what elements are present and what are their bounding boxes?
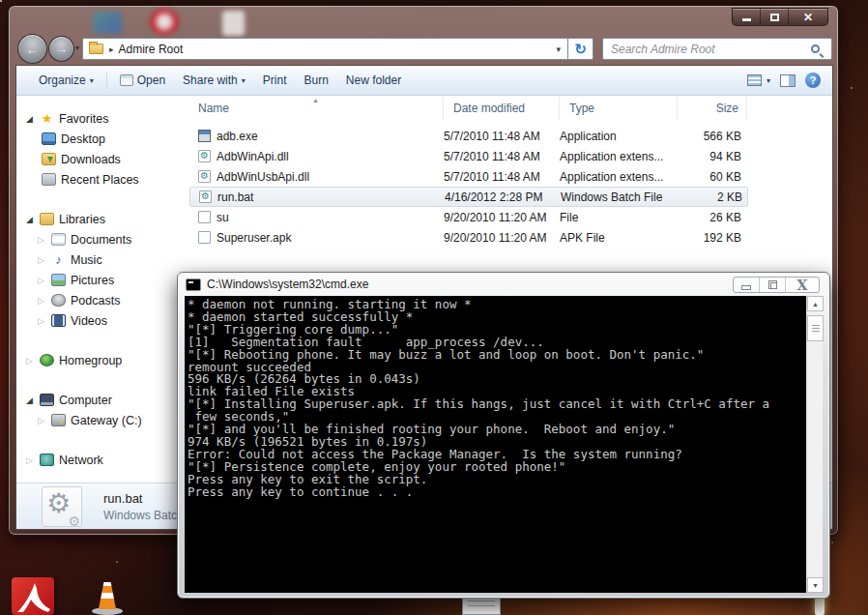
expander-closed-icon[interactable]: ▷ <box>24 455 35 465</box>
burn-button[interactable]: Burn <box>295 66 336 95</box>
help-button[interactable]: ? <box>805 73 821 88</box>
file-date: 9/20/2010 11:20 AM <box>444 231 547 245</box>
command-toolbar: Organize ▾ Open Share with ▾ Print Burn … <box>16 66 832 96</box>
cmd-restore-button[interactable] <box>760 278 786 292</box>
sidebar-item-desktop[interactable]: Desktop <box>16 129 188 149</box>
sidebar-item-label: Downloads <box>61 153 121 166</box>
cmd-minimize-button[interactable] <box>734 278 760 292</box>
close-button[interactable]: ✕ <box>789 9 827 25</box>
minimize-icon <box>742 18 751 21</box>
expander-closed-icon[interactable]: ▷ <box>36 416 46 425</box>
adobe-reader-icon[interactable] <box>12 577 54 615</box>
sidebar-item-label: Documents <box>71 233 131 247</box>
sidebar-item-libraries[interactable]: ◢ Libraries <box>16 209 188 229</box>
file-size: 2 KB <box>717 190 742 204</box>
open-label: Open <box>137 73 165 87</box>
sidebar-item-pictures[interactable]: ▷ Pictures <box>16 270 188 290</box>
file-row-run-bat-selected[interactable]: run.bat 4/16/2012 2:28 PM Windows Batch … <box>189 187 748 207</box>
change-view-button[interactable]: ▾ <box>747 74 770 86</box>
scroll-down-button[interactable]: ▼ <box>807 577 824 593</box>
share-with-button[interactable]: Share with ▾ <box>174 66 254 95</box>
open-file-icon <box>120 74 133 86</box>
homegroup-icon <box>40 354 54 366</box>
expander-closed-icon[interactable]: ▷ <box>36 316 46 326</box>
sidebar-item-podcasts[interactable]: ▷ Podcasts <box>16 290 188 310</box>
column-header-date-modified[interactable]: Date modified <box>444 97 560 120</box>
sidebar-item-documents[interactable]: ▷ Documents <box>16 229 188 249</box>
open-button[interactable]: Open <box>111 66 174 95</box>
column-headers: ▲ Name Date modified Type Size <box>188 97 832 120</box>
drive-icon <box>51 414 66 426</box>
dll-file-icon <box>198 170 211 183</box>
sidebar-item-computer[interactable]: ◢ Computer <box>16 390 188 410</box>
minimize-button[interactable] <box>733 9 761 25</box>
videos-icon <box>51 314 66 327</box>
console-scrollbar[interactable]: ▲ ▼ <box>806 296 823 593</box>
forward-button[interactable]: → <box>48 36 74 62</box>
sidebar-item-downloads[interactable]: Downloads <box>16 149 188 169</box>
expander-closed-icon[interactable]: ▷ <box>36 235 46 245</box>
file-size: 566 KB <box>704 130 741 143</box>
views-icon <box>747 74 762 86</box>
file-name: AdbWinApi.dll <box>217 150 289 163</box>
console-line: Press any key to continue . . . <box>188 486 808 499</box>
scrollbar-thumb[interactable] <box>807 315 824 341</box>
breadcrumb[interactable]: Admire Root <box>119 43 184 56</box>
sidebar-item-gateway-c[interactable]: ▷ Gateway (C:) <box>16 410 188 430</box>
sidebar-item-network[interactable]: ▷ Network <box>16 450 188 470</box>
maximize-button[interactable] <box>761 9 789 25</box>
sidebar-item-label: Favorites <box>59 112 108 126</box>
desktop-icon-blob <box>150 9 179 35</box>
refresh-button[interactable]: ↻ <box>567 38 593 60</box>
dropdown-arrow-icon: ▾ <box>767 76 770 85</box>
organize-button[interactable]: Organize ▾ <box>30 66 102 95</box>
expander-closed-icon[interactable]: ▷ <box>24 356 35 366</box>
expander-closed-icon[interactable]: ▷ <box>36 255 46 265</box>
recent-pages-dropdown-icon[interactable]: ▾ <box>75 44 79 52</box>
breadcrumb-arrow-icon[interactable]: ▸ <box>109 44 114 54</box>
address-dropdown-icon[interactable]: ▾ <box>556 44 561 54</box>
column-header-size[interactable]: Size <box>678 97 747 120</box>
expander-closed-icon[interactable]: ▷ <box>36 276 46 285</box>
file-size: 26 KB <box>709 211 741 224</box>
file-row-su[interactable]: su 9/20/2010 11:20 AM File 26 KB <box>189 207 748 227</box>
sidebar-item-label: Recent Places <box>61 173 139 187</box>
file-name: Superuser.apk <box>217 231 291 245</box>
scroll-down-icon: ▼ <box>812 582 819 589</box>
sidebar-item-homegroup[interactable]: ▷ Homegroup <box>16 350 188 370</box>
expander-open-icon[interactable]: ◢ <box>24 395 35 405</box>
back-icon: ← <box>26 42 40 57</box>
file-row-adbwinapi-dll[interactable]: AdbWinApi.dll 5/7/2010 11:48 AM Applicat… <box>189 146 748 166</box>
expander-open-icon[interactable]: ◢ <box>24 215 35 224</box>
sidebar-item-recent-places[interactable]: Recent Places <box>16 169 188 190</box>
file-row-adbwinusbapi-dll[interactable]: AdbWinUsbApi.dll 5/7/2010 11:48 AM Appli… <box>189 166 748 187</box>
file-row-superuser-apk[interactable]: Superuser.apk 9/20/2010 11:20 AM APK Fil… <box>189 227 748 248</box>
search-input[interactable] <box>603 43 811 56</box>
cmd-titlebar[interactable]: C:\Windows\system32\cmd.exe X <box>178 273 829 296</box>
file-size: 94 KB <box>709 150 741 163</box>
new-folder-button[interactable]: New folder <box>337 66 410 95</box>
column-header-type[interactable]: Type <box>560 97 678 120</box>
address-bar[interactable]: ▸ Admire Root ▾ <box>82 38 567 60</box>
sidebar-item-favorites[interactable]: ◢ ★ Favorites <box>16 108 188 129</box>
vlc-icon[interactable] <box>89 578 126 615</box>
back-button[interactable]: ← <box>17 34 47 64</box>
gear-icon: ⚙ <box>68 513 80 529</box>
column-label: Type <box>569 102 594 115</box>
file-date: 4/16/2012 2:28 PM <box>445 190 542 204</box>
recent-places-icon <box>42 173 56 186</box>
sidebar-item-music[interactable]: ▷ ♪ Music <box>16 249 188 270</box>
sidebar-item-videos[interactable]: ▷ Videos <box>16 310 188 331</box>
explorer-titlebar[interactable]: ✕ <box>9 6 838 35</box>
print-label: Print <box>263 73 287 87</box>
navigation-bar: ← → ▾ ▸ Admire Root ▾ ↻ <box>9 33 838 65</box>
file-row-adb-exe[interactable]: adb.exe 5/7/2010 11:48 AM Application 56… <box>189 126 748 146</box>
console-output[interactable]: * daemon not running. starting it now * … <box>185 296 808 593</box>
expander-open-icon[interactable]: ◢ <box>24 114 35 124</box>
print-button[interactable]: Print <box>254 66 296 95</box>
preview-pane-button[interactable] <box>780 74 796 87</box>
cmd-close-button[interactable]: X <box>786 278 819 292</box>
expander-closed-icon[interactable]: ▷ <box>36 296 46 306</box>
documents-icon <box>51 233 66 246</box>
scroll-up-button[interactable]: ▲ <box>807 296 824 311</box>
